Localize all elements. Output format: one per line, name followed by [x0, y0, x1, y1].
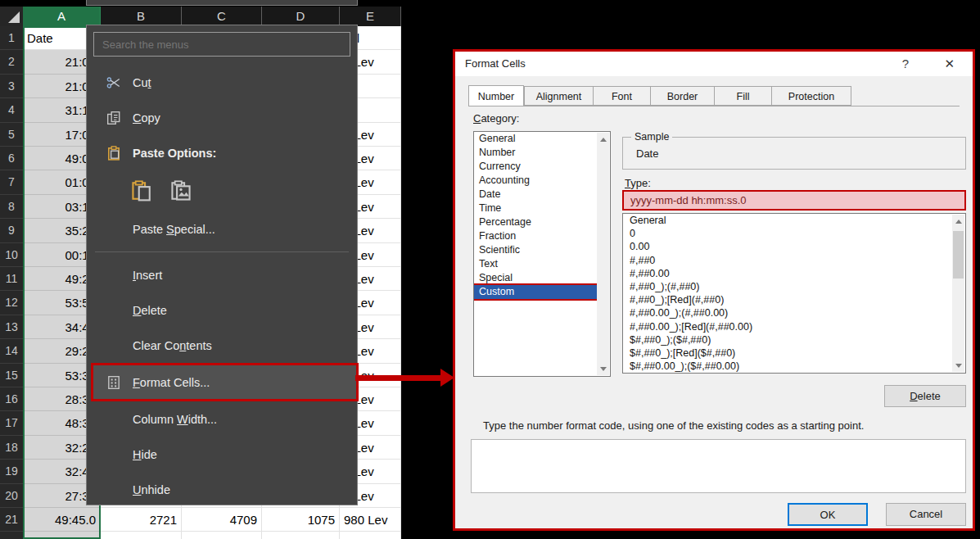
row-header-18[interactable]: 18	[0, 436, 23, 460]
row-header-11[interactable]: 11	[0, 267, 23, 291]
tab-border[interactable]: Border	[650, 86, 714, 106]
context-menu-top-edge	[86, 0, 358, 6]
category-item-accounting[interactable]: Accounting	[474, 174, 597, 188]
cell-c21[interactable]: 4709	[182, 508, 262, 532]
tab-fill[interactable]: Fill	[714, 86, 771, 106]
format-code-item-5[interactable]: #,##0_);(#,##0)	[623, 280, 965, 293]
scroll-up-icon[interactable]	[597, 133, 609, 146]
format-code-item-10[interactable]: $#,##0_);[Red]($#,##0)	[623, 346, 965, 360]
paste-picture-icon[interactable]	[167, 177, 195, 205]
cell-e22[interactable]: 948 Lev	[340, 532, 401, 539]
format-code-item-11[interactable]: $#,##0.00_);($#,##0.00)	[623, 360, 965, 373]
format-code-item-8[interactable]: #,##0.00_);[Red](#,##0.00)	[623, 320, 965, 333]
menu-separator	[95, 251, 349, 252]
row-header-10[interactable]: 10	[0, 243, 23, 267]
menu-item-label: Format Cells...	[133, 376, 210, 389]
row-header-3[interactable]: 3	[0, 75, 23, 98]
cell-a22[interactable]: 53:38.0	[23, 532, 101, 539]
help-icon[interactable]: ?	[902, 52, 909, 76]
menu-item-label: Hide	[133, 448, 157, 461]
category-item-number[interactable]: Number	[474, 146, 597, 160]
format-code-item-1[interactable]: 0	[623, 227, 965, 240]
select-all-corner[interactable]	[0, 7, 23, 26]
category-item-time[interactable]: Time	[474, 202, 597, 215]
tab-font[interactable]: Font	[593, 86, 650, 106]
column-header-e[interactable]: E	[340, 7, 401, 26]
row-header-15[interactable]: 15	[0, 364, 23, 387]
column-header-b[interactable]: B	[101, 7, 182, 26]
paste-icon[interactable]	[128, 177, 156, 205]
row-header-9[interactable]: 9	[0, 219, 23, 242]
row-header-17[interactable]: 17	[0, 411, 23, 435]
tab-alignment[interactable]: Alignment	[524, 86, 593, 106]
category-item-custom[interactable]: Custom	[474, 285, 597, 299]
category-item-text[interactable]: Text	[474, 257, 597, 271]
delete-button[interactable]: Delete	[884, 385, 966, 407]
row-header-22[interactable]: 22	[0, 532, 23, 539]
row-header-4[interactable]: 4	[0, 98, 23, 122]
format-code-item-0[interactable]: General	[623, 214, 965, 227]
row-header-12[interactable]: 12	[0, 291, 23, 315]
format-code-item-7[interactable]: #,##0.00_);(#,##0.00)	[623, 306, 965, 319]
cell-b21[interactable]: 2721	[101, 508, 182, 532]
menu-item-format-cells[interactable]: Format Cells...	[91, 363, 359, 401]
row-header-13[interactable]: 13	[0, 315, 23, 339]
cell-d21[interactable]: 1075	[262, 508, 340, 532]
tab-number[interactable]: Number	[468, 85, 524, 106]
row-header-1[interactable]: 1	[0, 26, 23, 50]
cell-d22[interactable]: 1113	[262, 532, 340, 539]
menu-item-clear-contents[interactable]: Clear Contents	[87, 328, 357, 363]
format-code-item-3[interactable]: #,##0	[623, 254, 965, 267]
format-code-item-6[interactable]: #,##0_);[Red](#,##0)	[623, 293, 965, 306]
menu-item-hide[interactable]: Hide	[87, 437, 357, 472]
row-header-20[interactable]: 20	[0, 484, 23, 508]
menu-item-copy[interactable]: Copy	[87, 100, 357, 135]
menu-item-unhide[interactable]: Unhide	[87, 472, 357, 507]
category-item-date[interactable]: Date	[474, 188, 597, 202]
category-item-scientific[interactable]: Scientific	[474, 243, 597, 257]
search-input[interactable]	[93, 32, 350, 57]
row-header-6[interactable]: 6	[0, 147, 23, 170]
scroll-down-icon[interactable]	[597, 362, 609, 375]
row-header-8[interactable]: 8	[0, 195, 23, 219]
category-item-fraction[interactable]: Fraction	[474, 229, 597, 243]
column-header-a[interactable]: A	[23, 7, 101, 26]
sample-label: Sample	[631, 131, 672, 143]
format-cells-icon	[105, 375, 123, 390]
column-header-d[interactable]: D	[262, 7, 340, 26]
category-item-special[interactable]: Special	[474, 271, 597, 285]
row-header-19[interactable]: 19	[0, 460, 23, 483]
row-header-2[interactable]: 2	[0, 50, 23, 74]
close-icon[interactable]: ✕	[944, 52, 955, 76]
format-code-item-2[interactable]: 0.00	[623, 240, 965, 253]
format-code-items: General00.00#,##0#,##0.00#,##0_);(#,##0)…	[623, 214, 965, 373]
format-code-item-4[interactable]: #,##0.00	[623, 267, 965, 280]
menu-item-delete[interactable]: Delete	[87, 292, 357, 328]
menu-item-column-width[interactable]: Column Width...	[87, 401, 357, 437]
cell-b22[interactable]: 2835	[101, 532, 182, 539]
menu-item-paste-special[interactable]: Paste Special...	[87, 211, 357, 247]
scroll-down-icon[interactable]	[952, 359, 964, 372]
row-header-21[interactable]: 21	[0, 508, 23, 532]
cell-a21[interactable]: 49:45.0	[23, 508, 101, 532]
ok-button[interactable]: OK	[788, 503, 868, 526]
menu-item-paste-options[interactable]: Paste Options:	[87, 135, 357, 170]
format-code-item-9[interactable]: $#,##0_);($#,##0)	[623, 333, 965, 346]
scrollbar-thumb[interactable]	[953, 231, 964, 279]
cancel-button[interactable]: Cancel	[886, 503, 966, 526]
column-header-c[interactable]: C	[182, 7, 262, 26]
row-header-7[interactable]: 7	[0, 170, 23, 194]
type-input[interactable]	[622, 190, 966, 211]
row-header-16[interactable]: 16	[0, 387, 23, 411]
menu-item-insert[interactable]: Insert	[87, 257, 357, 292]
row-header-14[interactable]: 14	[0, 339, 23, 363]
tab-protection[interactable]: Protection	[771, 86, 851, 106]
scroll-up-icon[interactable]	[952, 215, 964, 228]
cell-e21[interactable]: 980 Lev	[340, 508, 401, 532]
menu-item-cut[interactable]: Cut	[87, 65, 357, 100]
row-header-5[interactable]: 5	[0, 123, 23, 147]
category-item-currency[interactable]: Currency	[474, 160, 597, 174]
cell-c22[interactable]: 4738	[182, 532, 262, 539]
category-item-general[interactable]: General	[474, 132, 597, 146]
category-item-percentage[interactable]: Percentage	[474, 215, 597, 229]
